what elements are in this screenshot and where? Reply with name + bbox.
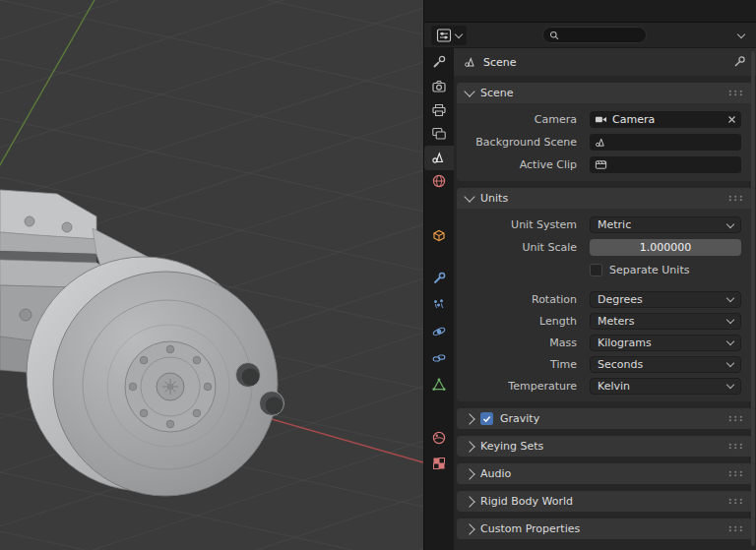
- viewport-canvas[interactable]: [0, 0, 423, 550]
- panel-title: Audio: [480, 467, 511, 480]
- panel-gravity-header[interactable]: Gravity: [457, 408, 753, 429]
- chevron-down-icon: [726, 381, 734, 389]
- panels-canvas: Scene Camera: [454, 76, 756, 550]
- mass-label: Mass: [457, 336, 586, 349]
- unit-system-dropdown[interactable]: Metric: [590, 216, 741, 233]
- properties-header: [424, 23, 756, 48]
- panel-title: Rigid Body World: [480, 495, 573, 508]
- camera-value: Camera: [612, 113, 723, 126]
- chevron-down-icon: [464, 86, 474, 96]
- background-scene-field[interactable]: [590, 134, 741, 151]
- editor-type-selector[interactable]: [431, 26, 467, 45]
- pin-button[interactable]: [732, 55, 746, 69]
- panel-scene-header[interactable]: Scene: [457, 83, 753, 103]
- tab-modifiers[interactable]: [424, 267, 454, 291]
- temperature-dropdown[interactable]: Kelvin: [590, 378, 741, 395]
- background-scene-row: Background Scene: [457, 131, 753, 153]
- camera-field[interactable]: Camera: [590, 111, 741, 128]
- chevron-down-icon: [726, 337, 734, 345]
- panel-scene: Scene Camera: [457, 83, 753, 181]
- unit-scale-field[interactable]: 1.000000: [590, 239, 741, 256]
- clear-icon[interactable]: [727, 115, 736, 124]
- time-value: Seconds: [598, 358, 643, 371]
- separate-units-checkbox[interactable]: [590, 264, 602, 276]
- drag-grip-icon[interactable]: [727, 195, 744, 202]
- panel-keying-sets-header[interactable]: Keying Sets: [457, 436, 753, 457]
- panel-units-body: Unit System Metric Unit Scale: [457, 209, 753, 401]
- panel-title: Units: [480, 192, 508, 205]
- tool-icon: [431, 54, 447, 70]
- scene-icon: [595, 136, 607, 149]
- panel-gravity: Gravity: [457, 408, 753, 429]
- tab-world[interactable]: [424, 169, 454, 194]
- tab-output[interactable]: [424, 98, 454, 123]
- panel-rigid-body-world: Rigid Body World: [457, 491, 753, 512]
- chevron-right-icon: [464, 468, 474, 479]
- rotation-dropdown[interactable]: Degrees: [590, 291, 741, 308]
- tab-texture[interactable]: [424, 452, 454, 476]
- tab-physics[interactable]: [424, 320, 454, 344]
- chevron-down-icon: [726, 316, 734, 324]
- 3d-viewport[interactable]: [0, 0, 423, 550]
- unit-system-label: Unit System: [457, 218, 586, 231]
- tab-scene[interactable]: [424, 146, 454, 170]
- drag-grip-icon[interactable]: [727, 90, 744, 96]
- scrollbar-thumb[interactable]: [751, 51, 755, 546]
- tab-particles[interactable]: [424, 293, 454, 318]
- chevron-down-icon: [726, 359, 734, 367]
- panel-rigid-body-world-header[interactable]: Rigid Body World: [457, 491, 753, 512]
- unit-scale-value: 1.000000: [640, 241, 692, 254]
- particles-icon: [431, 297, 447, 313]
- tab-view-layer[interactable]: [424, 122, 454, 147]
- physics-icon: [431, 324, 447, 339]
- tab-object[interactable]: [424, 223, 454, 248]
- rotation-row: Rotation Degrees: [457, 288, 753, 310]
- panel-custom-properties-header[interactable]: Custom Properties: [457, 519, 753, 539]
- panel-units-header[interactable]: Units: [457, 188, 753, 209]
- camera-icon: [595, 113, 607, 126]
- modifiers-wrench-icon: [431, 271, 447, 286]
- filter-options-button[interactable]: [733, 31, 749, 39]
- temperature-label: Temperature: [457, 380, 586, 393]
- time-label: Time: [457, 358, 586, 371]
- properties-search[interactable]: [542, 27, 647, 43]
- length-value: Meters: [598, 315, 635, 328]
- drag-grip-icon[interactable]: [727, 498, 744, 505]
- constraints-icon: [431, 350, 447, 366]
- unit-scale-label: Unit Scale: [457, 241, 586, 254]
- texture-icon: [431, 456, 447, 471]
- panel-title: Keying Sets: [480, 440, 543, 453]
- tab-material[interactable]: [424, 426, 454, 451]
- panel-audio-header[interactable]: Audio: [457, 463, 753, 484]
- mass-dropdown[interactable]: Kilograms: [590, 335, 741, 351]
- drag-grip-icon[interactable]: [727, 415, 744, 422]
- mass-row: Mass Kilograms: [457, 332, 753, 353]
- output-icon: [431, 102, 447, 118]
- length-label: Length: [457, 315, 586, 328]
- tab-tool[interactable]: [424, 50, 454, 75]
- breadcrumb-scene-name: Scene: [483, 56, 517, 69]
- search-input[interactable]: [563, 29, 640, 41]
- drag-grip-icon[interactable]: [727, 470, 744, 477]
- clip-icon: [595, 158, 607, 171]
- drag-grip-icon[interactable]: [727, 443, 744, 450]
- active-clip-field[interactable]: [590, 156, 741, 173]
- panel-custom-properties: Custom Properties: [457, 519, 753, 539]
- panel-title: Custom Properties: [480, 522, 580, 535]
- panel-keying-sets: Keying Sets: [457, 436, 753, 457]
- tab-constraints[interactable]: [424, 346, 454, 371]
- properties-scrollbar[interactable]: [751, 51, 755, 546]
- time-dropdown[interactable]: Seconds: [590, 356, 741, 373]
- tab-object-data[interactable]: [424, 373, 454, 397]
- gravity-checkbox[interactable]: [480, 412, 493, 425]
- properties-tab-strip: [424, 48, 454, 550]
- top-strip: [424, 0, 756, 23]
- tab-render[interactable]: [424, 75, 454, 99]
- panel-scene-body: Camera Camera: [457, 103, 753, 181]
- object-data-icon: [431, 377, 447, 393]
- properties-editor-icon: [436, 28, 452, 43]
- panel-audio: Audio: [457, 463, 753, 484]
- separate-units-label: Separate Units: [609, 264, 689, 276]
- drag-grip-icon[interactable]: [727, 525, 744, 532]
- length-dropdown[interactable]: Meters: [590, 313, 741, 330]
